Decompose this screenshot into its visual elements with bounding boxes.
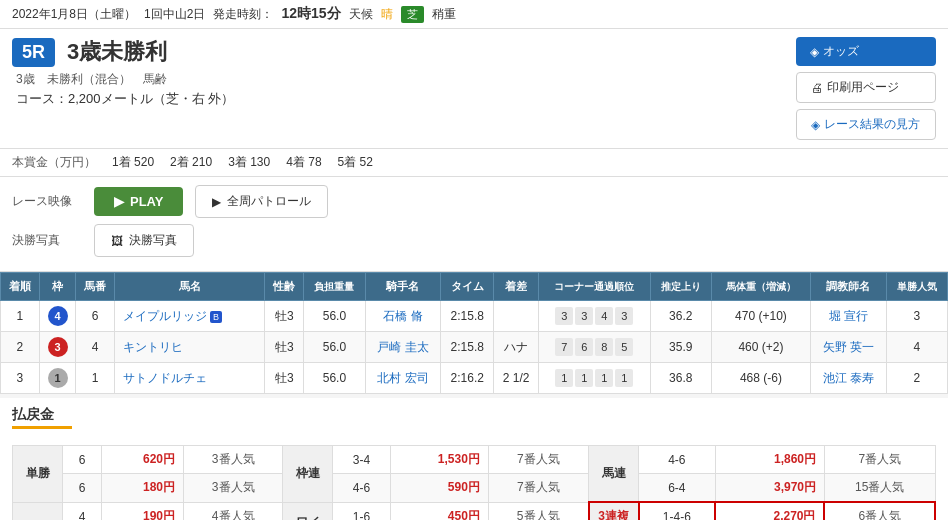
payout-row-tansho-2: 6 180円 3番人気 4-6 590円 7番人気 6-4 3,970円 15番…: [13, 474, 936, 503]
wakuren-pop-1: 7番人気: [488, 446, 588, 474]
bet-type-fukusho: 複勝: [13, 502, 63, 520]
photo-icon: 🖼: [111, 234, 123, 248]
sanrenpuku-pop-1: 6番人気: [824, 502, 935, 520]
jockey[interactable]: 戸崎 圭太: [365, 332, 441, 363]
body-weight: 460 (+2): [711, 332, 810, 363]
corners: 1111: [539, 363, 651, 394]
photo-label: 決勝写真: [12, 232, 82, 249]
prize-1st: 1着 520: [112, 154, 154, 171]
col-odds: 単勝人気: [886, 273, 947, 301]
sanrenpuku-amount-1: 2,270円: [715, 502, 824, 520]
wakuren-num-2: 4-6: [333, 474, 390, 503]
corners: 7685: [539, 332, 651, 363]
race-info-block: 5R 3歳未勝利 3歳 未勝利（混合） 馬齢 コース：2,200メートル（芝・右…: [12, 37, 234, 108]
tansho-num-2: 6: [63, 474, 102, 503]
popularity: 2: [886, 363, 947, 394]
race-sub: 3歳 未勝利（混合） 馬齢: [16, 71, 234, 88]
prize-3rd: 3着 130: [228, 154, 270, 171]
payout-content: 単勝 6 620円 3番人気 枠連 3-4 1,530円 7番人気 馬連 4-6…: [0, 429, 948, 520]
top-info-bar: 2022年1月8日（土曜） 1回中山2日 発走時刻： 12時15分 天候 晴 芝…: [0, 0, 948, 29]
umaren-num-1: 4-6: [639, 446, 716, 474]
patrol-button[interactable]: ▶ 全周パトロール: [195, 185, 328, 218]
wide-num-1: 1-6: [333, 502, 390, 520]
col-body-weight: 馬体重（増減）: [711, 273, 810, 301]
print-button[interactable]: 🖨 印刷用ページ: [796, 72, 936, 103]
tansho-pop-2: 3番人気: [184, 474, 283, 503]
time: 2:16.2: [441, 363, 494, 394]
rank: 1: [1, 301, 40, 332]
tansho-pop-1: 3番人気: [184, 446, 283, 474]
table-row: 3 1 1 サトノドルチェ 牡3 56.0 北村 宏司 2:16.2 2 1/2…: [1, 363, 948, 394]
fukusho-pop-1: 4番人気: [184, 502, 283, 520]
time: 2:15.8: [441, 301, 494, 332]
col-horse-name: 馬名: [115, 273, 265, 301]
rank: 2: [1, 332, 40, 363]
horse-name[interactable]: メイプルリッジB: [115, 301, 265, 332]
payout-header: 払戻金: [0, 398, 948, 429]
horse-num: 4: [76, 332, 115, 363]
odds-button[interactable]: ◈ オッズ: [796, 37, 936, 66]
load: 56.0: [304, 301, 365, 332]
margin: 2 1/2: [494, 363, 539, 394]
payout-row-tansho: 単勝 6 620円 3番人気 枠連 3-4 1,530円 7番人気 馬連 4-6…: [13, 446, 936, 474]
venue: 1回中山2日: [144, 6, 205, 23]
play-icon: ▶: [114, 194, 124, 209]
wakuren-num-1: 3-4: [333, 446, 390, 474]
up3: 36.8: [650, 363, 711, 394]
payout-row-fukusho: 複勝 4 190円 4番人気 ワイド 1-6 450円 5番人気 3連複 1-4…: [13, 502, 936, 520]
weather-label: 天候: [349, 6, 373, 23]
frame: 3: [39, 332, 75, 363]
track-label: 芝: [401, 6, 424, 23]
umatan-pop-1: 15番人気: [824, 474, 935, 503]
col-up3: 推定上り: [650, 273, 711, 301]
bet-type-sanrenpuku: 3連複: [589, 502, 639, 520]
results-section: 着順 枠 馬番 馬名 性齢 負担重量 騎手名 タイム 着差 コーナー通過順位 推…: [0, 272, 948, 394]
prize-4th: 4着 78: [286, 154, 321, 171]
start-time: 12時15分: [281, 5, 340, 23]
col-weight: 負担重量: [304, 273, 365, 301]
popularity: 4: [886, 332, 947, 363]
col-sex-age: 性齢: [265, 273, 304, 301]
race-name: 3歳未勝利: [67, 37, 167, 67]
wakuren-amount-2: 590円: [390, 474, 488, 503]
wide-amount-1: 450円: [390, 502, 488, 520]
trainer[interactable]: 矢野 英一: [810, 332, 886, 363]
sex-age: 牡3: [265, 363, 304, 394]
sex-age: 牡3: [265, 301, 304, 332]
payout-section: 払戻金 単勝 6 620円 3番人気 枠連 3-4 1,530円 7番人気 馬連…: [0, 398, 948, 520]
umatan-num-1: 6-4: [639, 474, 716, 503]
col-rank: 着順: [1, 273, 40, 301]
umatan-amount-1: 3,970円: [715, 474, 824, 503]
payout-title: 払戻金: [12, 406, 54, 422]
time: 2:15.8: [441, 332, 494, 363]
weather-value: 晴: [381, 6, 393, 23]
bet-type-wide: ワイド: [283, 502, 333, 520]
jockey[interactable]: 北村 宏司: [365, 363, 441, 394]
prize-label: 本賞金（万円）: [12, 154, 96, 171]
bet-type-wakuren: 枠連: [283, 446, 333, 503]
horse-num: 6: [76, 301, 115, 332]
corners: 3343: [539, 301, 651, 332]
prize-2nd: 2着 210: [170, 154, 212, 171]
horse-name[interactable]: サトノドルチェ: [115, 363, 265, 394]
table-row: 2 3 4 キントリヒ 牡3 56.0 戸崎 圭太 2:15.8 ハナ 7685…: [1, 332, 948, 363]
trainer[interactable]: 堀 宣行: [810, 301, 886, 332]
date: 2022年1月8日（土曜）: [12, 6, 136, 23]
col-margin: 着差: [494, 273, 539, 301]
race-title-row: 5R 3歳未勝利: [12, 37, 234, 67]
patrol-icon: ▶: [212, 195, 221, 209]
video-row: レース映像 ▶ PLAY ▶ 全周パトロール: [12, 185, 936, 218]
photo-row: 決勝写真 🖼 決勝写真: [12, 224, 936, 257]
jockey[interactable]: 石橋 脩: [365, 301, 441, 332]
trainer[interactable]: 池江 泰寿: [810, 363, 886, 394]
col-frame: 枠: [39, 273, 75, 301]
action-bar: レース映像 ▶ PLAY ▶ 全周パトロール 決勝写真 🖼 決勝写真: [0, 177, 948, 272]
col-trainer: 調教師名: [810, 273, 886, 301]
horse-name[interactable]: キントリヒ: [115, 332, 265, 363]
print-icon: 🖨: [811, 81, 823, 95]
results-table: 着順 枠 馬番 馬名 性齢 負担重量 騎手名 タイム 着差 コーナー通過順位 推…: [0, 272, 948, 394]
photo-button[interactable]: 🖼 決勝写真: [94, 224, 194, 257]
result-guide-button[interactable]: ◈ レース結果の見方: [796, 109, 936, 140]
frame: 4: [39, 301, 75, 332]
play-button[interactable]: ▶ PLAY: [94, 187, 183, 216]
